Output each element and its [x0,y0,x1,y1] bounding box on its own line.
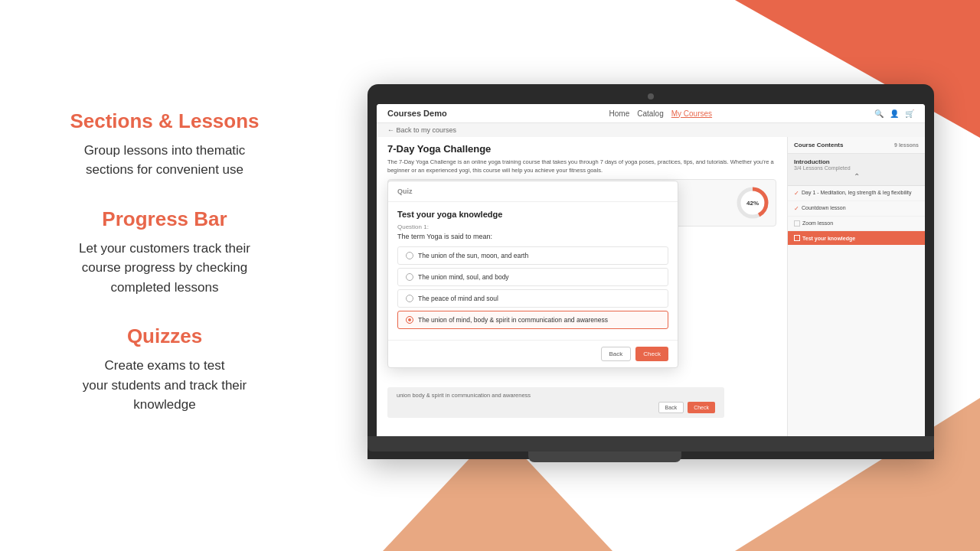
cart-icon[interactable]: 🛒 [905,109,914,118]
quiz-option-3[interactable]: The peace of mind and soul [397,289,668,308]
progress-desc: Let your customers track theircourse pro… [46,239,283,298]
lesson-item-active[interactable]: Test your knowledge [788,231,925,245]
quiz-option-1[interactable]: The union of the sun, moon, and earth [397,246,668,265]
lesson-text-3: Zoom lesson [802,220,833,226]
quizzes-title: Quizzes [46,324,283,348]
quiz-option-text-3: The peace of mind and soul [418,295,498,302]
laptop-stand [528,452,681,462]
lesson-text-2: Countdown lesson [802,205,846,210]
left-panel: Sections & Lessons Group lessons into th… [0,0,329,551]
user-icon[interactable]: 👤 [890,109,899,118]
intro-title: Introduction [794,158,919,165]
quiz-back-button[interactable]: Back [601,347,632,361]
progress-donut-large: 42% [736,186,769,220]
back-to-courses[interactable]: ← Back to my courses [377,123,925,137]
sections-feature: Sections & Lessons Group lessons into th… [46,109,283,180]
course-contents-panel: Course Contents 9 lessons Introduction 3… [787,137,925,440]
quiz-question-text: The term Yoga is said to mean: [397,233,668,240]
course-nav: Courses Demo Home Catalog My Courses 🔍 👤… [377,104,925,123]
quiz-behind-footer: Back Check [397,402,715,413]
intro-section: Introduction 3/4 Lessons Completed ⌃ [788,154,925,186]
quizzes-feature: Quizzes Create exams to testyour student… [46,324,283,415]
lesson-check-2: ✓ [794,205,799,212]
sections-desc: Group lessons into thematicsections for … [46,141,283,180]
lesson-text-1: Day 1 - Meditation, leg strength & leg f… [802,190,912,195]
contents-title: Course Contents [794,142,843,148]
laptop-camera [648,93,654,99]
quiz-option-text-1: The union of the sun, moon, and earth [418,252,528,259]
sections-title: Sections & Lessons [46,109,283,133]
lesson-item-countdown[interactable]: ✓ Countdown lesson [788,201,925,217]
quiz-radio-4 [406,316,413,324]
course-nav-icons: 🔍 👤 🛒 [874,109,914,118]
quiz-body: Test your yoga knowledge Question 1: The… [388,202,678,340]
laptop-base [368,436,934,452]
contents-header: Course Contents 9 lessons [788,137,925,154]
quiz-modal: Quiz Test your yoga knowledge Question 1… [387,181,678,368]
nav-catalog[interactable]: Catalog [637,109,663,118]
intro-subtitle: 3/4 Lessons Completed [794,165,919,171]
lesson-item-zoom[interactable]: Zoom lesson [788,217,925,231]
quiz-radio-2 [406,273,413,281]
course-description: The 7-Day Yoga Challenge is an online yo… [387,158,776,174]
quiz-option-4[interactable]: The union of mind, body & spirit in comm… [397,311,668,329]
quiz-option-text-4: The union of mind, body & spirit in comm… [418,316,608,324]
progress-percent-large: 42% [746,200,759,207]
quiz-behind-back-button[interactable]: Back [658,402,684,413]
lesson-text-active: Test your knowledge [802,236,855,241]
laptop-screen: Courses Demo Home Catalog My Courses 🔍 👤… [377,104,925,445]
intro-chevron[interactable]: ⌃ [794,172,919,181]
quiz-option-text-2: The union mind, soul, and body [418,273,509,281]
lesson-item-day1[interactable]: ✓ Day 1 - Meditation, leg strength & leg… [788,186,925,201]
progress-title: Progress Bar [46,207,283,231]
laptop-frame: Courses Demo Home Catalog My Courses 🔍 👤… [368,84,934,459]
course-nav-links: Home Catalog My Courses [609,109,713,118]
quiz-behind-text: union body & spirit in communication and… [397,392,531,399]
quiz-title: Test your yoga knowledge [397,210,668,219]
quizzes-desc: Create exams to testyour students and tr… [46,356,283,415]
lesson-check-1: ✓ [794,190,799,197]
lesson-checkbox-active [794,235,800,241]
quiz-radio-1 [406,252,413,259]
quiz-option-2[interactable]: The union mind, soul, and body [397,268,668,286]
search-icon[interactable]: 🔍 [874,109,884,118]
progress-feature: Progress Bar Let your customers track th… [46,207,283,298]
course-title: 7-Day Yoga Challenge [387,143,776,155]
quiz-footer: Back Check [388,340,678,367]
course-brand: Courses Demo [387,109,447,118]
nav-my-courses[interactable]: My Courses [671,109,712,118]
contents-lesson-count: 9 lessons [894,142,919,148]
quiz-header-label: Quiz [388,181,678,202]
lesson-checkbox-zoom [794,220,800,227]
quiz-radio-3 [406,295,413,302]
laptop-area: Courses Demo Home Catalog My Courses 🔍 👤… [322,61,980,520]
quiz-check-button[interactable]: Check [635,347,668,361]
quiz-question-label: Question 1: [397,223,668,230]
quiz-behind-check-button[interactable]: Check [688,402,715,413]
nav-home[interactable]: Home [609,109,630,118]
quiz-behind: union body & spirit in communication and… [387,387,724,418]
